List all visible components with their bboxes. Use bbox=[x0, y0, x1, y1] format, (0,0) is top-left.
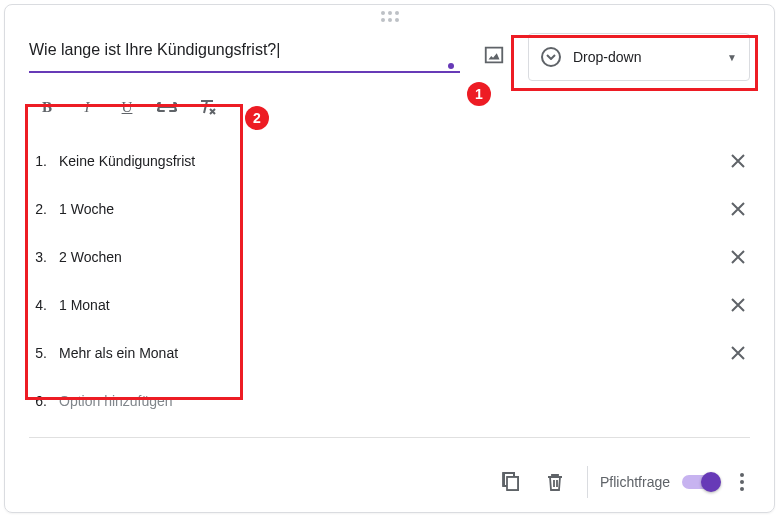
question-input-wrap: Wie lange ist Ihre Kündigungsfrist?| bbox=[29, 29, 460, 73]
duplicate-button[interactable] bbox=[491, 462, 531, 502]
remove-option-button[interactable] bbox=[726, 149, 750, 173]
callout-badge-1: 1 bbox=[467, 82, 491, 106]
callout-box-2 bbox=[25, 104, 243, 400]
add-image-button[interactable] bbox=[476, 37, 512, 73]
close-icon bbox=[731, 250, 745, 264]
svg-rect-1 bbox=[507, 477, 518, 490]
close-icon bbox=[731, 202, 745, 216]
accent-dot-icon bbox=[448, 63, 454, 69]
image-icon bbox=[483, 44, 505, 66]
question-input[interactable]: Wie lange ist Ihre Kündigungsfrist?| bbox=[29, 29, 460, 73]
required-toggle[interactable] bbox=[682, 475, 718, 489]
remove-option-button[interactable] bbox=[726, 197, 750, 221]
question-text: Wie lange ist Ihre Kündigungsfrist? bbox=[29, 41, 276, 58]
question-card: Wie lange ist Ihre Kündigungsfrist?| Dro… bbox=[4, 4, 775, 513]
card-footer: Pflichtfrage bbox=[5, 452, 774, 512]
svg-point-2 bbox=[740, 473, 744, 477]
close-icon bbox=[731, 154, 745, 168]
svg-point-4 bbox=[740, 487, 744, 491]
more-vert-icon bbox=[740, 473, 744, 491]
remove-option-button[interactable] bbox=[726, 293, 750, 317]
copy-icon bbox=[501, 472, 521, 492]
divider bbox=[29, 437, 750, 438]
trash-icon bbox=[546, 472, 564, 492]
remove-option-button[interactable] bbox=[726, 341, 750, 365]
drag-handle-icon[interactable] bbox=[381, 11, 399, 22]
close-icon bbox=[731, 298, 745, 312]
more-button[interactable] bbox=[722, 462, 762, 502]
svg-point-3 bbox=[740, 480, 744, 484]
delete-button[interactable] bbox=[535, 462, 575, 502]
callout-badge-2: 2 bbox=[245, 106, 269, 130]
callout-box-1 bbox=[511, 35, 758, 91]
remove-option-button[interactable] bbox=[726, 245, 750, 269]
required-label: Pflichtfrage bbox=[600, 474, 670, 490]
separator bbox=[587, 466, 588, 498]
toggle-knob bbox=[701, 472, 721, 492]
close-icon bbox=[731, 346, 745, 360]
